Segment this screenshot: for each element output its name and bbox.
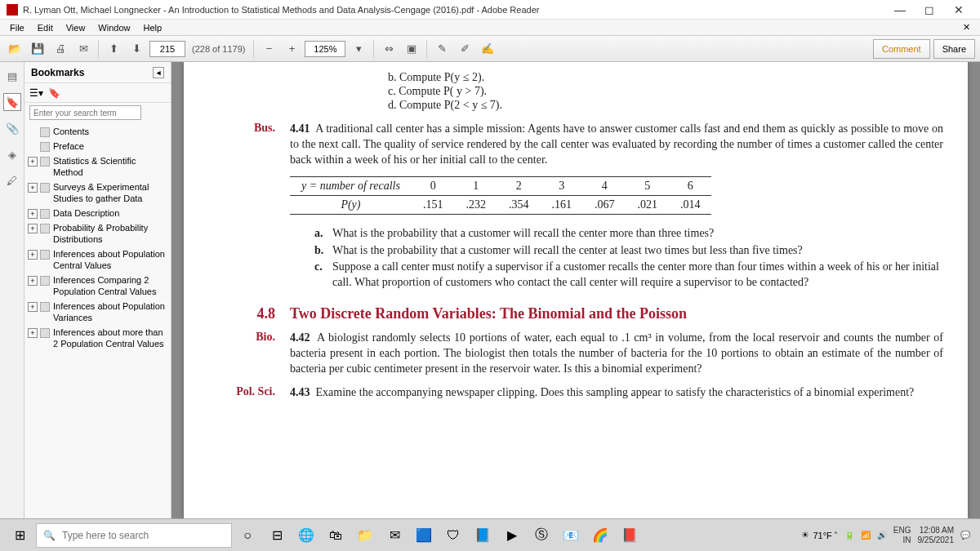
- word-icon[interactable]: 📘: [469, 522, 497, 549]
- doc-close-icon[interactable]: ✕: [956, 20, 977, 34]
- layers-icon[interactable]: ◈: [3, 145, 21, 163]
- search-placeholder: Type here to search: [62, 530, 149, 541]
- text-442: A biologist randomly selects 10 portions…: [290, 331, 943, 375]
- zoom-input[interactable]: [305, 41, 345, 57]
- tray-up-icon[interactable]: ˄: [834, 531, 838, 540]
- section-number: 4.8: [233, 305, 290, 322]
- thumbnails-icon[interactable]: ▤: [3, 67, 21, 85]
- zoom-dropdown-icon[interactable]: ▾: [349, 39, 368, 59]
- expand-icon[interactable]: +: [28, 302, 38, 312]
- item-d: d. Compute P(2 < y ≤ 7).: [388, 99, 943, 112]
- bm-new-icon[interactable]: 🔖: [48, 87, 60, 99]
- expand-icon[interactable]: +: [28, 250, 38, 260]
- taskview-icon[interactable]: ⊟: [263, 522, 291, 549]
- expand-icon[interactable]: +: [28, 328, 38, 338]
- start-button[interactable]: ⊞: [5, 522, 34, 549]
- open-icon[interactable]: 📂: [5, 39, 24, 59]
- weather-widget[interactable]: ☀ 71°F: [801, 530, 831, 540]
- signatures-icon[interactable]: 🖊: [3, 171, 21, 189]
- bookmark-item[interactable]: +Surveys & Experimental Studies to gathe…: [24, 180, 171, 206]
- system-tray[interactable]: ˄ 🔋 📶 🔊 ENG IN 12:08 AM 9/25/2021 💬: [834, 526, 975, 545]
- annotate-icon[interactable]: ✎: [432, 39, 452, 59]
- bookmark-icon: [40, 276, 50, 286]
- taskbar-search[interactable]: 🔍 Type here to search: [36, 523, 232, 548]
- bookmark-item[interactable]: +Inferences Comparing 2 Population Centr…: [24, 273, 171, 299]
- adobe-icon[interactable]: 📕: [616, 522, 644, 549]
- battery-icon[interactable]: 🔋: [844, 531, 854, 540]
- print-icon[interactable]: 🖨: [51, 39, 70, 59]
- menu-help[interactable]: Help: [136, 21, 168, 34]
- bookmark-icon: [40, 127, 50, 137]
- skype-icon[interactable]: Ⓢ: [528, 522, 555, 549]
- text-443: Examine the accompanying newspaper clipp…: [316, 386, 915, 398]
- bookmark-item[interactable]: +Data Description: [24, 206, 171, 220]
- menu-view[interactable]: View: [60, 21, 92, 34]
- store-icon[interactable]: 🛍: [322, 522, 350, 549]
- share-button[interactable]: Share: [933, 39, 975, 59]
- attachments-icon[interactable]: 📎: [3, 119, 21, 137]
- edge-icon[interactable]: 🌐: [292, 522, 320, 549]
- app-icon-1[interactable]: 🟦: [410, 522, 438, 549]
- zoom-out-icon[interactable]: −: [259, 39, 278, 59]
- bookmark-item[interactable]: Contents: [24, 124, 171, 139]
- num-442: 4.42: [290, 331, 310, 344]
- bookmark-item[interactable]: +Inferences about more than 2 Population…: [24, 325, 171, 351]
- bookmark-item[interactable]: +Inferences about Population Central Val…: [24, 247, 171, 273]
- bookmark-item[interactable]: +Probability & Probability Distributions: [24, 220, 171, 247]
- mail-app-icon[interactable]: ✉: [381, 522, 408, 549]
- bookmarks-icon[interactable]: 🔖: [3, 93, 21, 111]
- bookmark-label: Preface: [53, 140, 167, 152]
- expand-icon[interactable]: +: [28, 157, 38, 167]
- sound-icon[interactable]: 🔊: [877, 531, 887, 540]
- sub-b: What is the probability that a customer …: [332, 243, 803, 259]
- zoom-in-icon[interactable]: +: [282, 39, 301, 59]
- bookmark-item[interactable]: +Inferences about Population Variances: [24, 299, 171, 325]
- comment-button[interactable]: Comment: [873, 39, 930, 59]
- chrome-icon[interactable]: 🌈: [586, 522, 614, 549]
- bookmark-icon: [40, 157, 50, 167]
- fit-width-icon[interactable]: ⇔: [379, 39, 399, 59]
- weather-temp: 71°F: [813, 531, 831, 540]
- bookmark-search-input[interactable]: [29, 105, 141, 120]
- collapse-panel-icon[interactable]: ◂: [153, 67, 164, 78]
- expand-icon[interactable]: +: [28, 183, 38, 193]
- bookmarks-list[interactable]: ContentsPreface+Statistics & Scientific …: [24, 122, 171, 518]
- maximize-button[interactable]: ◻: [915, 1, 944, 19]
- sub-a: What is the probability that a customer …: [332, 226, 714, 242]
- media-icon[interactable]: ▶: [498, 522, 526, 549]
- page-up-icon[interactable]: ⬆: [104, 39, 123, 59]
- menu-file[interactable]: File: [3, 21, 31, 34]
- explorer-icon[interactable]: 📁: [351, 522, 379, 549]
- outlook-icon[interactable]: 📧: [557, 522, 585, 549]
- fit-page-icon[interactable]: ▣: [402, 39, 421, 59]
- mail-icon[interactable]: ✉: [74, 39, 93, 59]
- problem-4-42: Bio. 4.42 A biologist randomly selects 1…: [233, 331, 943, 377]
- sign-icon[interactable]: ✍: [478, 39, 497, 59]
- app-icon-2[interactable]: 🛡: [439, 522, 467, 549]
- expand-icon[interactable]: +: [28, 209, 38, 219]
- menu-edit[interactable]: Edit: [31, 21, 60, 34]
- bm-options-icon[interactable]: ☰▾: [29, 87, 43, 99]
- expand-icon[interactable]: +: [28, 276, 38, 286]
- cortana-icon[interactable]: ○: [234, 522, 261, 549]
- wifi-icon[interactable]: 📶: [861, 531, 871, 540]
- bookmark-label: Probability & Probability Distributions: [53, 222, 167, 245]
- sub-questions: a.What is the probability that a custome…: [314, 226, 943, 291]
- menu-window[interactable]: Window: [91, 21, 136, 34]
- left-tool-strip: ▤ 🔖 📎 ◈ 🖊: [0, 62, 24, 518]
- label-bus: Bus.: [233, 122, 290, 168]
- notifications-icon[interactable]: 💬: [960, 531, 970, 540]
- toolbar: 📂 💾 🖨 ✉ ⬆ ⬇ (228 of 1179) − + ▾ ⇔ ▣ ✎ ✐ …: [0, 36, 980, 62]
- page-down-icon[interactable]: ⬇: [127, 39, 146, 59]
- bookmark-item[interactable]: Preface: [24, 139, 171, 153]
- expand-icon[interactable]: +: [28, 224, 38, 233]
- page-input[interactable]: [149, 41, 185, 57]
- document-view[interactable]: b. Compute P(y ≤ 2). c. Compute P( y > 7…: [172, 62, 980, 518]
- bookmark-item[interactable]: +Statistics & Scientific Method: [24, 153, 171, 180]
- save-icon[interactable]: 💾: [28, 39, 47, 59]
- minimize-button[interactable]: —: [885, 1, 915, 19]
- bookmark-label: Inferences about more than 2 Population …: [53, 327, 167, 349]
- question-list-top: b. Compute P(y ≤ 2). c. Compute P( y > 7…: [388, 71, 943, 112]
- highlight-icon[interactable]: ✐: [455, 39, 474, 59]
- close-button[interactable]: ✕: [944, 1, 973, 19]
